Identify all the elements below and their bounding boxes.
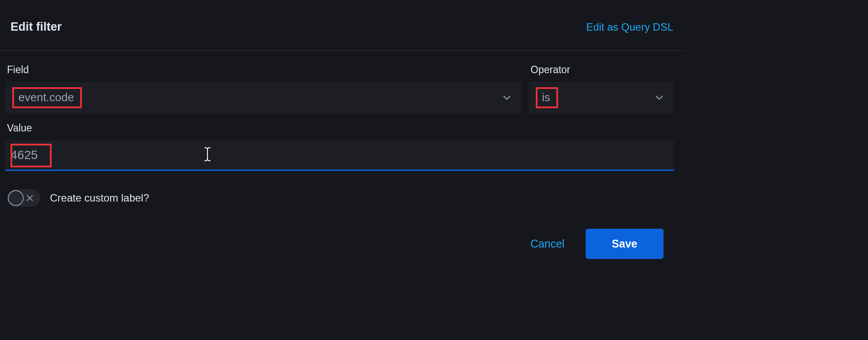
value-input[interactable] bbox=[11, 148, 674, 162]
cancel-button[interactable]: Cancel bbox=[527, 231, 568, 256]
field-operator-row: Field event.code Operator is bbox=[5, 64, 674, 113]
field-value-text: event.code bbox=[18, 91, 74, 104]
value-label: Value bbox=[5, 122, 674, 134]
field-combobox[interactable]: event.code bbox=[5, 82, 522, 113]
edit-as-query-dsl-link[interactable]: Edit as Query DSL bbox=[586, 21, 673, 33]
close-icon bbox=[25, 194, 34, 202]
field-column: Field event.code bbox=[5, 64, 522, 113]
field-value-highlight: event.code bbox=[12, 87, 82, 108]
operator-value-highlight: is bbox=[536, 87, 558, 108]
operator-label: Operator bbox=[529, 64, 674, 76]
custom-label-row: Create custom label? bbox=[5, 189, 674, 207]
custom-label-switch[interactable] bbox=[7, 189, 40, 207]
edit-filter-panel: Edit filter Edit as Query DSL Field even… bbox=[0, 0, 684, 276]
text-cursor-icon bbox=[203, 147, 212, 163]
panel-body: Field event.code Operator is bbox=[0, 51, 684, 276]
operator-combobox[interactable]: is bbox=[529, 82, 674, 113]
custom-label-text: Create custom label? bbox=[50, 192, 149, 204]
chevron-down-icon bbox=[501, 92, 513, 104]
panel-footer: Cancel Save bbox=[5, 207, 674, 268]
operator-value-text: is bbox=[542, 91, 550, 104]
save-button[interactable]: Save bbox=[586, 229, 664, 259]
value-input-wrap: 4625 bbox=[5, 140, 674, 171]
chevron-down-icon bbox=[653, 92, 665, 104]
panel-title: Edit filter bbox=[11, 20, 62, 34]
value-column: Value 4625 bbox=[5, 122, 674, 171]
switch-knob bbox=[8, 190, 24, 206]
field-label: Field bbox=[5, 64, 522, 76]
operator-column: Operator is bbox=[529, 64, 674, 113]
panel-header: Edit filter Edit as Query DSL bbox=[0, 0, 684, 51]
